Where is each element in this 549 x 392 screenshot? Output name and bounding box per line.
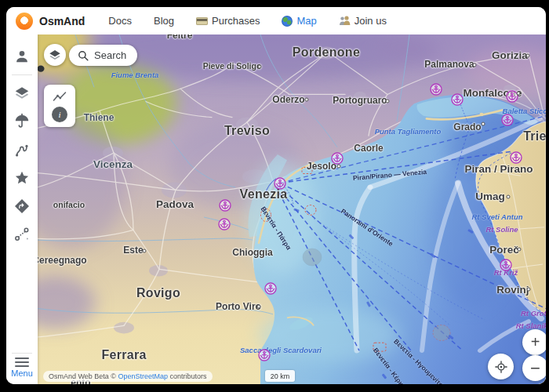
top-navigation-bar: OsmAnd Docs Blog Purchases Map: [6, 7, 546, 34]
plan-route-icon: [13, 226, 31, 243]
sidebar-item-account[interactable]: [13, 47, 31, 66]
menu-button[interactable]: [15, 358, 29, 367]
purchases-card-icon: [196, 17, 208, 25]
info-button[interactable]: i: [52, 107, 67, 122]
sidebar-bottom: Menu: [6, 349, 38, 384]
tracks-icon: [13, 141, 31, 158]
map-layers-button[interactable]: [44, 44, 66, 66]
info-glyph: i: [58, 110, 60, 119]
locate-me-button[interactable]: [488, 354, 514, 379]
brand-title: OsmAnd: [39, 15, 85, 27]
search-label: Search: [94, 49, 126, 61]
top-nav: Docs Blog Purchases Map: [108, 15, 387, 27]
sidebar-divider: [12, 74, 32, 75]
locate-target-icon: [494, 360, 508, 374]
screenshot-page: OsmAnd Docs Blog Purchases Map: [0, 0, 549, 392]
sidebar-item-tracks[interactable]: [13, 140, 31, 159]
search-icon: [77, 49, 89, 62]
globe-icon: [282, 16, 293, 27]
nav-purchases[interactable]: Purchases: [196, 15, 260, 27]
sidebar-item-navigation[interactable]: [13, 197, 31, 216]
menu-label: Menu: [11, 368, 33, 378]
layers-icon: [48, 48, 62, 62]
account-icon: [13, 48, 31, 65]
sidebar-item-weather[interactable]: [13, 112, 31, 131]
map-tools-panel: i: [44, 85, 75, 127]
plus-icon: +: [531, 333, 540, 351]
navigation-icon: [13, 198, 31, 215]
sidebar-item-layers[interactable]: [13, 84, 31, 103]
map-canvas[interactable]: FeltrePieve di SoligoOderzoPordenoneGori…: [38, 34, 546, 384]
nav-map[interactable]: Map: [282, 15, 316, 27]
sidebar-divider: [12, 353, 32, 354]
scale-indicator: 20 km: [265, 370, 295, 382]
star-icon: [13, 169, 31, 187]
weather-umbrella-icon: [13, 113, 31, 130]
app-window: OsmAnd Docs Blog Purchases Map: [6, 7, 546, 384]
sidebar-item-favorites[interactable]: [13, 169, 31, 187]
zoom-out-button[interactable]: −: [522, 355, 546, 381]
sidebar-item-plan-route[interactable]: [13, 225, 31, 244]
osmand-logo-icon: [16, 13, 33, 30]
zoom-in-button[interactable]: +: [522, 329, 546, 355]
nav-docs[interactable]: Docs: [108, 15, 132, 27]
nav-blog[interactable]: Blog: [154, 15, 174, 27]
layers-icon: [13, 85, 31, 102]
attribution: OsmAnd Web Beta © OpenStreetMap contribu…: [43, 371, 213, 382]
graph-button[interactable]: [52, 89, 67, 103]
map-base-layer: [38, 34, 546, 384]
minus-icon: −: [530, 358, 540, 379]
activity-graph-icon: [52, 89, 67, 103]
nav-join-us[interactable]: Join us: [339, 15, 387, 27]
search-button[interactable]: Search: [69, 45, 137, 66]
people-icon: [339, 16, 351, 26]
openstreetmap-link[interactable]: OpenStreetMap: [118, 372, 169, 380]
left-sidebar: Menu: [6, 34, 38, 384]
